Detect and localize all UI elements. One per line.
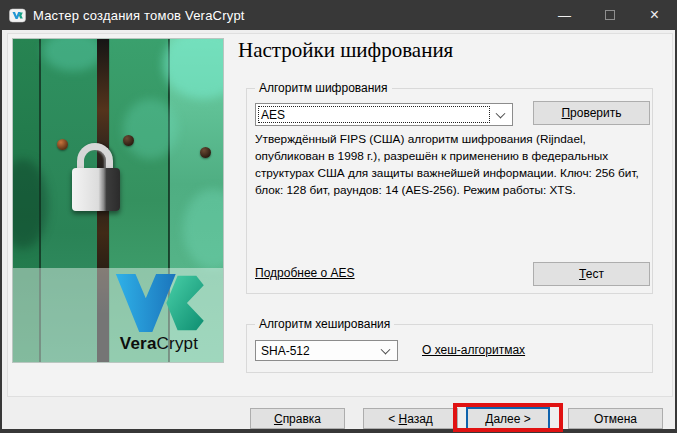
- bolt: [57, 139, 68, 150]
- veracrypt-logo: [109, 274, 205, 332]
- chevron-down-icon: [496, 108, 506, 118]
- bolt: [123, 135, 134, 146]
- test-label: Т: [579, 267, 586, 281]
- wordmark-bold: Vera: [120, 334, 157, 353]
- hash-algorithm-value: SHA-512: [256, 344, 310, 358]
- encryption-group-label: Алгоритм шифрования: [255, 81, 392, 95]
- verify-label: П: [561, 106, 570, 120]
- wizard-page: VeraCrypt Настройки шифрования Алгоритм …: [2, 30, 675, 429]
- page-title: Настройки шифрования: [238, 38, 453, 63]
- hash-group-label: Алгоритм хеширования: [255, 317, 394, 331]
- back-button[interactable]: < Назад: [363, 408, 458, 429]
- minimize-button[interactable]: —: [542, 0, 587, 30]
- hash-algorithm-dropdown[interactable]: SHA-512: [255, 340, 398, 361]
- close-icon: ×: [650, 6, 659, 24]
- wordmark-regular: Crypt: [157, 334, 199, 353]
- window-controls: — ×: [542, 0, 677, 30]
- cancel-button[interactable]: Отмена: [568, 408, 663, 429]
- veracrypt-wordmark: VeraCrypt: [107, 334, 211, 354]
- brand-band: VeraCrypt: [13, 268, 223, 363]
- verify-button[interactable]: Проверить: [533, 101, 650, 125]
- test-button[interactable]: Тест: [533, 262, 650, 286]
- encryption-algorithm-dropdown[interactable]: AES: [255, 103, 513, 126]
- algorithm-description: Утверждённый FIPS (США) алгоритм шифрова…: [255, 131, 655, 199]
- bolt: [200, 147, 211, 158]
- close-button[interactable]: ×: [632, 0, 677, 30]
- next-button[interactable]: Далее >: [466, 407, 550, 430]
- window-title: Мастер создания томов VeraCrypt: [33, 8, 245, 23]
- more-about-aes-link[interactable]: Подробнее о AES: [255, 266, 355, 280]
- about-hash-algorithms-link[interactable]: О хеш-алгоритмах: [422, 343, 525, 357]
- focus-rect: [258, 106, 490, 123]
- veracrypt-app-icon: [9, 7, 26, 24]
- paint-patch: [123, 99, 178, 159]
- titlebar: Мастер создания томов VeraCrypt — ×: [0, 0, 677, 30]
- chevron-down-icon: [381, 344, 391, 354]
- maximize-icon: [605, 10, 615, 20]
- veracrypt-wizard-window: Мастер создания томов VeraCrypt — ×: [0, 0, 677, 433]
- help-button[interactable]: Справка: [250, 408, 345, 429]
- door-lock-photo: VeraCrypt: [12, 38, 224, 363]
- padlock-body: [72, 168, 120, 211]
- maximize-button: [587, 0, 632, 30]
- minimize-icon: —: [558, 8, 571, 23]
